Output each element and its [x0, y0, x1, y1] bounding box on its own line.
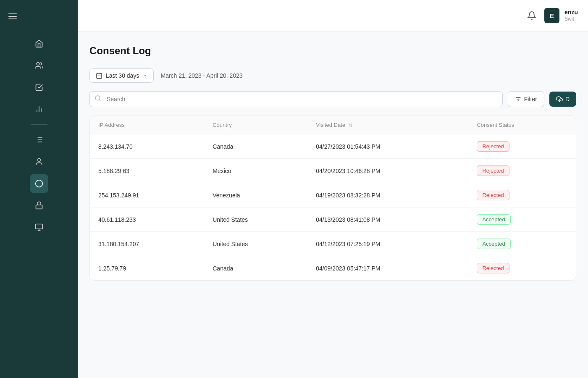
cell-ip: 5.188.29.63: [90, 159, 204, 183]
cell-visited-date: 04/20/2023 10:46:28 PM: [307, 159, 468, 183]
status-badge: Rejected: [477, 263, 509, 273]
svg-rect-12: [36, 205, 42, 209]
svg-point-10: [37, 159, 40, 162]
notification-button[interactable]: [524, 8, 539, 23]
hamburger-icon: [8, 13, 17, 19]
main-content: E enzu Swit Consent Log Last 30 days Mar…: [78, 0, 588, 378]
table-row: 254.153.249.91 Venezuela 04/19/2023 08:3…: [90, 183, 576, 207]
cell-consent-status: Rejected: [468, 256, 576, 281]
search-input[interactable]: [89, 91, 503, 107]
cell-consent-status: Rejected: [468, 134, 576, 159]
svg-line-21: [99, 100, 100, 101]
sidebar-item-users[interactable]: [30, 56, 48, 75]
user-avatar[interactable]: E: [544, 8, 559, 23]
content-area: Consent Log Last 30 days March 21, 2023 …: [78, 32, 588, 378]
status-badge: Accepted: [477, 239, 510, 249]
sidebar-item-cookie[interactable]: [30, 174, 48, 193]
table-row: 31.180.154.207 United States 04/12/2023 …: [90, 232, 576, 256]
filter-icon: [515, 96, 522, 102]
user-info: enzu Swit: [564, 8, 578, 23]
cell-ip: 1.25.79.79: [90, 256, 204, 281]
col-visited-date[interactable]: Visited Date ⇅: [307, 116, 468, 134]
cell-country: Canada: [204, 134, 307, 159]
col-country: Country: [204, 116, 307, 134]
search-icon: [94, 95, 101, 103]
table-container: IP Address Country Visited Date ⇅ Consen…: [89, 116, 576, 281]
hamburger-button[interactable]: [0, 8, 78, 24]
svg-rect-16: [97, 74, 102, 79]
status-badge: Rejected: [477, 141, 509, 152]
cell-visited-date: 04/13/2023 08:41:08 PM: [307, 207, 468, 232]
calendar-icon: [96, 72, 102, 79]
sidebar-item-profile[interactable]: [30, 152, 48, 171]
status-badge: Rejected: [477, 190, 509, 200]
download-button[interactable]: D: [549, 92, 576, 107]
sidebar-divider: [31, 124, 47, 125]
sidebar-item-home[interactable]: [30, 34, 48, 53]
search-row: Filter D: [89, 91, 576, 107]
download-icon: [556, 96, 563, 102]
date-range-label: Last 30 days: [106, 72, 139, 79]
table-row: 5.188.29.63 Mexico 04/20/2023 10:46:28 P…: [90, 159, 576, 183]
sidebar-item-terminal[interactable]: [30, 218, 48, 236]
header-actions: E enzu Swit: [524, 8, 578, 23]
cell-ip: 254.153.249.91: [90, 183, 204, 207]
table-row: 8.243.134.70 Canada 04/27/2023 01:54:43 …: [90, 134, 576, 159]
cell-country: United States: [204, 207, 307, 232]
cell-visited-date: 04/27/2023 01:54:43 PM: [307, 134, 468, 159]
sidebar-item-analytics[interactable]: [30, 100, 48, 118]
header: E enzu Swit: [78, 0, 588, 32]
svg-rect-13: [35, 224, 42, 229]
sidebar: [0, 0, 78, 378]
cell-consent-status: Rejected: [468, 159, 576, 183]
date-range-text: March 21, 2023 - April 20, 2023: [160, 72, 242, 79]
cell-ip: 40.61.118.233: [90, 207, 204, 232]
table-row: 40.61.118.233 United States 04/13/2023 0…: [90, 207, 576, 232]
status-badge: Rejected: [477, 165, 509, 176]
cell-ip: 31.180.154.207: [90, 232, 204, 256]
page-title: Consent Log: [89, 45, 576, 57]
cell-consent-status: Rejected: [468, 183, 576, 207]
cell-ip: 8.243.134.70: [90, 134, 204, 159]
sidebar-item-list[interactable]: [30, 131, 48, 149]
svg-point-20: [95, 96, 100, 100]
cell-visited-date: 04/12/2023 07:25:19 PM: [307, 232, 468, 256]
sort-icon: ⇅: [349, 123, 352, 128]
cell-visited-date: 04/19/2023 08:32:28 PM: [307, 183, 468, 207]
consent-log-table: IP Address Country Visited Date ⇅ Consen…: [90, 116, 576, 280]
cell-visited-date: 04/09/2023 05:47:17 PM: [307, 256, 468, 281]
status-badge: Accepted: [477, 214, 510, 225]
svg-point-0: [37, 63, 39, 66]
col-consent-status: Consent Status: [468, 116, 576, 134]
col-ip-address: IP Address: [90, 116, 204, 134]
sidebar-item-tasks[interactable]: [30, 78, 48, 97]
filter-label: Filter: [524, 96, 537, 102]
date-picker-button[interactable]: Last 30 days: [89, 68, 154, 83]
filter-bar: Last 30 days March 21, 2023 - April 20, …: [89, 68, 576, 83]
chevron-down-icon: [142, 73, 147, 78]
cell-country: Mexico: [204, 159, 307, 183]
user-name: enzu: [564, 8, 578, 16]
cell-country: Canada: [204, 256, 307, 281]
cell-consent-status: Accepted: [468, 232, 576, 256]
cell-country: Venezuela: [204, 183, 307, 207]
download-label: D: [565, 96, 570, 102]
cell-country: United States: [204, 232, 307, 256]
filter-button[interactable]: Filter: [508, 91, 544, 107]
cell-consent-status: Accepted: [468, 207, 576, 232]
table-header-row: IP Address Country Visited Date ⇅ Consen…: [90, 116, 576, 134]
sidebar-item-security[interactable]: [30, 196, 48, 215]
user-subtitle: Swit: [564, 16, 578, 23]
table-row: 1.25.79.79 Canada 04/09/2023 05:47:17 PM…: [90, 256, 576, 281]
svg-point-11: [35, 180, 42, 187]
search-container: [89, 91, 503, 107]
